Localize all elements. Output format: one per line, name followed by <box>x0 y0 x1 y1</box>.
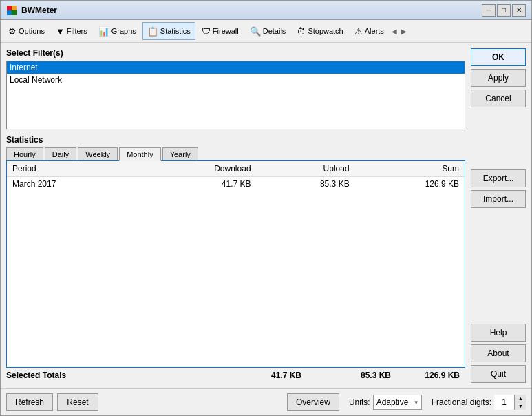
svg-rect-1 <box>12 6 17 10</box>
tab-yearly[interactable]: Yearly <box>162 147 198 161</box>
cell-sum: 126.9 KB <box>355 177 465 191</box>
col-sum: Sum <box>355 161 465 177</box>
stats-header-row: Period Download Upload Sum <box>7 161 465 177</box>
ok-button[interactable]: OK <box>471 48 526 66</box>
side-panel: OK Apply Cancel Export... Import... Help… <box>471 48 526 383</box>
stopwatch-icon: ⏱ <box>297 26 306 37</box>
toolbar-statistics[interactable]: 📋 Statistics <box>142 22 195 40</box>
toolbar-alerts-label: Alerts <box>365 27 384 35</box>
title-bar: BWMeter ─ □ ✕ <box>1 1 531 20</box>
toolbar-alerts[interactable]: ⚠ Alerts <box>350 22 389 40</box>
tab-weekly[interactable]: Weekly <box>78 147 118 161</box>
window-title: BWMeter <box>21 6 482 15</box>
firewall-icon: 🛡 <box>202 26 211 37</box>
toolbar-scroll-left[interactable]: ◀ <box>390 28 398 35</box>
content-area: Select Filter(s) Internet Local Network … <box>1 43 531 388</box>
totals-label: Selected Totals <box>6 371 217 380</box>
details-icon: 🔍 <box>250 26 261 37</box>
stats-table-container: Period Download Upload Sum <box>6 160 465 368</box>
toolbar-scroll-right[interactable]: ▶ <box>400 28 408 35</box>
filter-item-internet[interactable]: Internet <box>7 61 465 74</box>
toolbar: ⚙ Options ▼ Filters 📊 Graphs 📋 Statistic… <box>1 20 531 43</box>
graphs-icon: 📊 <box>98 26 109 37</box>
filter-list[interactable]: Internet Local Network <box>6 61 465 129</box>
totals-upload: 85.3 KB <box>307 371 396 380</box>
totals-sum: 126.9 KB <box>396 371 465 380</box>
toolbar-details-label: Details <box>263 27 286 35</box>
toolbar-firewall[interactable]: 🛡 Firewall <box>197 22 244 40</box>
app-icon <box>6 5 17 16</box>
side-spacer1 <box>471 110 526 167</box>
bottom-bar: Refresh Reset Overview Units: Adaptive B… <box>1 388 531 415</box>
filter-item-localnetwork[interactable]: Local Network <box>7 74 465 86</box>
svg-rect-3 <box>12 10 17 15</box>
col-period: Period <box>7 161 140 177</box>
options-icon: ⚙ <box>8 26 17 37</box>
cell-upload: 85.3 KB <box>257 177 355 191</box>
filter-section: Select Filter(s) Internet Local Network <box>6 48 465 129</box>
svg-rect-0 <box>7 6 12 10</box>
reset-button[interactable]: Reset <box>57 393 98 411</box>
col-download: Download <box>140 161 256 177</box>
about-button[interactable]: About <box>471 344 526 362</box>
refresh-button[interactable]: Refresh <box>6 393 53 411</box>
statistics-tabs: Hourly Daily Weekly Monthly Yearly <box>6 147 465 161</box>
toolbar-filters[interactable]: ▼ Filters <box>51 22 92 40</box>
minimize-button[interactable]: ─ <box>482 4 496 17</box>
main-panel: Select Filter(s) Internet Local Network … <box>6 48 465 383</box>
stats-table: Period Download Upload Sum <box>7 161 465 191</box>
col-upload: Upload <box>257 161 355 177</box>
window-controls: ─ □ ✕ <box>482 4 526 17</box>
units-label: Units: <box>349 397 370 407</box>
filter-item-localnetwork-label: Local Network <box>10 75 62 85</box>
toolbar-details[interactable]: 🔍 Details <box>245 22 291 40</box>
units-select-wrapper: Adaptive Bytes KB MB GB <box>373 395 422 410</box>
toolbar-graphs[interactable]: 📊 Graphs <box>94 22 141 40</box>
toolbar-statistics-label: Statistics <box>160 27 191 35</box>
spin-arrows: ▲ ▼ <box>515 395 526 410</box>
tab-hourly[interactable]: Hourly <box>6 147 43 161</box>
tab-monthly[interactable]: Monthly <box>119 147 161 161</box>
totals-bar: Selected Totals 41.7 KB 85.3 KB 126.9 KB <box>6 368 465 383</box>
import-button[interactable]: Import... <box>471 190 526 208</box>
fracdig-input[interactable] <box>494 395 515 410</box>
filter-section-title: Select Filter(s) <box>6 48 465 58</box>
fracdig-label: Fractional digits: <box>432 397 491 407</box>
toolbar-options[interactable]: ⚙ Options <box>3 22 50 40</box>
cancel-button[interactable]: Cancel <box>471 90 526 107</box>
side-spacer2 <box>471 211 526 321</box>
units-select[interactable]: Adaptive Bytes KB MB GB <box>373 395 422 410</box>
export-button[interactable]: Export... <box>471 169 526 187</box>
table-row[interactable]: March 2017 41.7 KB 85.3 KB 126.9 KB <box>7 177 465 191</box>
statistics-title: Statistics <box>6 135 465 145</box>
close-button[interactable]: ✕ <box>512 4 526 17</box>
statistics-section: Statistics Hourly Daily Weekly Monthly <box>6 135 465 383</box>
filter-item-internet-label: Internet <box>10 63 38 72</box>
quit-button[interactable]: Quit <box>471 365 526 383</box>
toolbar-stopwatch-label: Stopwatch <box>308 27 343 35</box>
statistics-icon: 📋 <box>147 26 158 37</box>
toolbar-firewall-label: Firewall <box>213 27 239 35</box>
help-button[interactable]: Help <box>471 324 526 342</box>
spin-up-button[interactable]: ▲ <box>515 395 526 402</box>
cell-period: March 2017 <box>7 177 140 191</box>
totals-download: 41.7 KB <box>217 371 307 380</box>
alerts-icon: ⚠ <box>354 26 363 37</box>
fracdig-spinner: ▲ ▼ <box>494 395 526 410</box>
svg-rect-2 <box>7 10 12 15</box>
spin-down-button[interactable]: ▼ <box>515 402 526 410</box>
cell-download: 41.7 KB <box>140 177 256 191</box>
stats-tbody: March 2017 41.7 KB 85.3 KB 126.9 KB <box>7 177 465 191</box>
units-group: Units: Adaptive Bytes KB MB GB <box>349 395 422 410</box>
toolbar-stopwatch[interactable]: ⏱ Stopwatch <box>292 22 348 40</box>
overview-button[interactable]: Overview <box>287 393 339 411</box>
maximize-button[interactable]: □ <box>497 4 511 17</box>
toolbar-filters-label: Filters <box>67 27 87 35</box>
fracdig-group: Fractional digits: ▲ ▼ <box>432 395 526 410</box>
apply-button[interactable]: Apply <box>471 69 526 87</box>
tab-daily[interactable]: Daily <box>45 147 76 161</box>
filters-icon: ▼ <box>56 26 65 37</box>
toolbar-graphs-label: Graphs <box>111 27 136 35</box>
toolbar-options-label: Options <box>19 27 45 35</box>
main-window: BWMeter ─ □ ✕ ⚙ Options ▼ Filters 📊 Grap… <box>0 0 532 416</box>
